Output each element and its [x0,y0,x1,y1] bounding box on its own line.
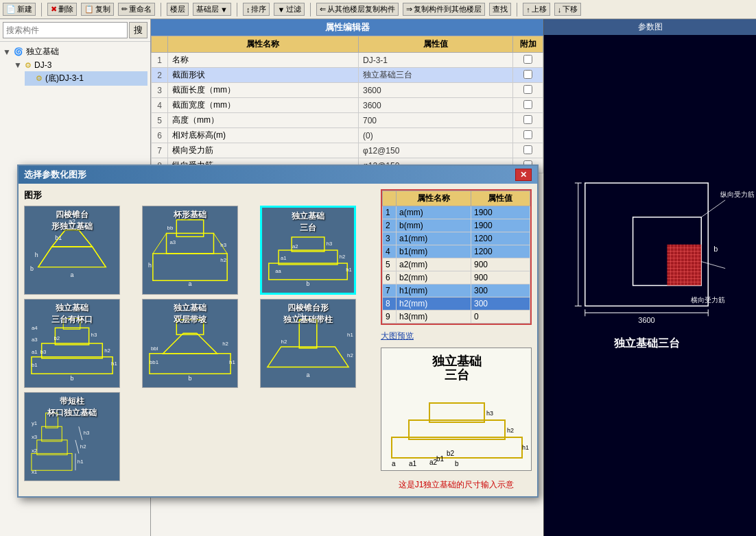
props-row-value[interactable]: 3600 [358,98,512,113]
select-shape-dialog[interactable]: 选择参数化图形 ✕ 图形 四棱锥台形独立基础 [17,165,539,498]
shape-cell-3[interactable]: 独立基础三台 b h1 h2 h3 aa [260,206,356,295]
filter-button[interactable]: ▼ 过滤 [274,3,305,16]
shape-cell-4[interactable]: 独立基础三台有杯口 b h1 h2 h3 b1 b3 [24,299,120,388]
svg-text:x1: x1 [32,469,37,475]
props-row-check[interactable] [513,98,543,113]
down-button[interactable]: ↓ 下移 [554,3,582,16]
right-panel: 参数图 [543,19,756,536]
dialog-right: 属性名称 属性值 1 a(mm) 1900 2 b(mm) 1900 3 a1(… [381,189,532,491]
svg-text:h3: h3 [327,241,332,247]
shape-cell-2[interactable]: 杯形基础 a h bb [142,206,238,295]
floor-button[interactable]: 楼层 [167,3,189,16]
dialog-titlebar: 选择参数化图形 ✕ [19,166,537,184]
props-row-value[interactable]: φ12@150 [358,143,512,158]
svg-text:b1: b1 [32,362,38,368]
attr-table-row[interactable]: 9 h3(mm) 0 [383,310,530,324]
svg-text:h2: h2 [80,443,86,450]
svg-text:h1: h1 [111,361,117,367]
props-row-value[interactable]: DJ-3-1 [358,53,512,68]
svg-rect-107 [32,454,72,471]
attr-row-value[interactable]: 900 [471,271,530,284]
props-row-check[interactable] [513,113,543,128]
shape-cell-6[interactable]: 四棱锥台形独立基础带柱 a h2 h1 h2 b1 [260,299,356,388]
base-layer-button[interactable]: 基础层 ▼ [193,3,231,16]
props-row-name: 截面宽度（mm） [168,98,359,113]
attr-row-value[interactable]: 1900 [471,206,530,219]
props-table-row[interactable]: 6 相对底标高(m) (0) [152,128,543,143]
dialog-close-button[interactable]: ✕ [515,169,532,181]
copy-from-button[interactable]: ⇐ 从其他楼层复制构件 [316,3,399,16]
sort-button[interactable]: ↕ 排序 [243,3,270,16]
svg-text:bb1: bb1 [150,359,158,365]
props-row-check[interactable] [513,53,543,68]
svg-text:h3: h3 [220,242,226,248]
attr-row-value[interactable]: 0 [471,310,530,324]
props-row-check[interactable] [513,68,543,83]
sep1 [41,3,42,16]
attr-table-row[interactable]: 6 b2(mm) 900 [383,271,530,284]
props-row-check[interactable] [513,83,543,98]
copy-icon: 📋 [84,5,94,14]
svg-text:x3: x3 [32,434,38,440]
attr-row-value[interactable]: 1900 [471,219,530,232]
tree-item-dj3-1[interactable]: ⚙ (底)DJ-3-1 [25,71,147,86]
props-table-row[interactable]: 2 截面形状 独立基础三台 [152,68,543,83]
attr-table-row[interactable]: 7 h1(mm) 300 [383,284,530,297]
up-button[interactable]: ↑ 上移 [523,3,550,16]
attr-row-value[interactable]: 1200 [471,245,530,258]
tree-item-dj3[interactable]: ▼ ⚙ DJ-3 [14,59,147,71]
props-table-row[interactable]: 7 横向受力筋 φ12@150 [152,143,543,158]
svg-text:a1: a1 [32,349,38,355]
attr-row-num: 9 [383,310,397,324]
attr-row-value[interactable]: 300 [471,284,530,297]
props-row-value[interactable]: 独立基础三台 [358,68,512,83]
attr-table-row[interactable]: 3 a1(mm) 1200 [383,232,530,245]
props-row-value[interactable]: 3600 [358,83,512,98]
props-table-row[interactable]: 1 名称 DJ-3-1 [152,53,543,68]
tree-root-icon: 🌀 [14,47,23,56]
attr-table-row[interactable]: 5 a2(mm) 900 [383,258,530,271]
tree-root[interactable]: ▼ 🌀 独立基础 [3,45,147,59]
props-row-value[interactable]: 700 [358,113,512,128]
props-row-value[interactable]: (0) [358,128,512,143]
attr-row-name: a2(mm) [397,258,471,271]
attr-table-row[interactable]: 2 b(mm) 1900 [383,219,530,232]
attr-row-value[interactable]: 900 [471,258,530,271]
svg-rect-50 [153,254,227,280]
props-row-num: 6 [152,128,168,143]
svg-rect-74 [32,357,113,374]
props-table-row[interactable]: 5 高度（mm） 700 [152,113,543,128]
copy-button[interactable]: 📋 复制 [81,3,114,16]
dialog-title: 选择参数化图形 [24,169,86,181]
search-button[interactable]: 搜 [129,22,147,38]
svg-text:独立基础: 独立基础 [432,354,482,368]
svg-rect-108 [37,440,67,455]
props-table-row[interactable]: 4 截面宽度（mm） 3600 [152,98,543,113]
new-icon: 📄 [6,5,16,14]
props-row-check[interactable] [513,128,543,143]
attr-row-value[interactable]: 1200 [471,232,530,245]
sep4 [310,3,311,16]
attr-row-value[interactable]: 300 [471,297,530,310]
svg-text:b: b [307,280,310,287]
props-table: 属性名称 属性值 附加 1 名称 DJ-3-1 2 截面形状 独立基础三台 3 … [151,36,543,173]
del-button[interactable]: ✖ 删除 [47,3,77,16]
svg-text:a1: a1 [409,460,417,467]
attr-table-row[interactable]: 4 b1(mm) 1200 [383,245,530,258]
search-input[interactable] [3,22,128,38]
shape-cell-5[interactable]: 独立基础双层带坡 b h1 h2 bb1 bbl a1 [142,299,238,388]
find-button[interactable]: 查找 [489,3,511,16]
new-button[interactable]: 📄 新建 [3,3,36,16]
tree-dj3-label: DJ-3 [34,60,51,70]
preview-label[interactable]: 大图预览 [381,330,532,342]
shape-cell-1[interactable]: 四棱锥台形独立基础 a h [24,206,120,295]
attr-table-row[interactable]: 1 a(mm) 1900 [383,206,530,219]
copy-to-button[interactable]: ⇒ 复制构件到其他楼层 [403,3,485,16]
attr-table-row[interactable]: 8 h2(mm) 300 [383,297,530,310]
props-table-row[interactable]: 3 截面长度（mm） 3600 [152,83,543,98]
props-row-check[interactable] [513,143,543,158]
sep5 [517,3,517,16]
shape-cell-7[interactable]: 带短柱杯口独立基础 h1 [24,392,120,481]
rename-button[interactable]: ✏ 重命名 [118,3,155,16]
svg-text:a: a [307,371,310,378]
